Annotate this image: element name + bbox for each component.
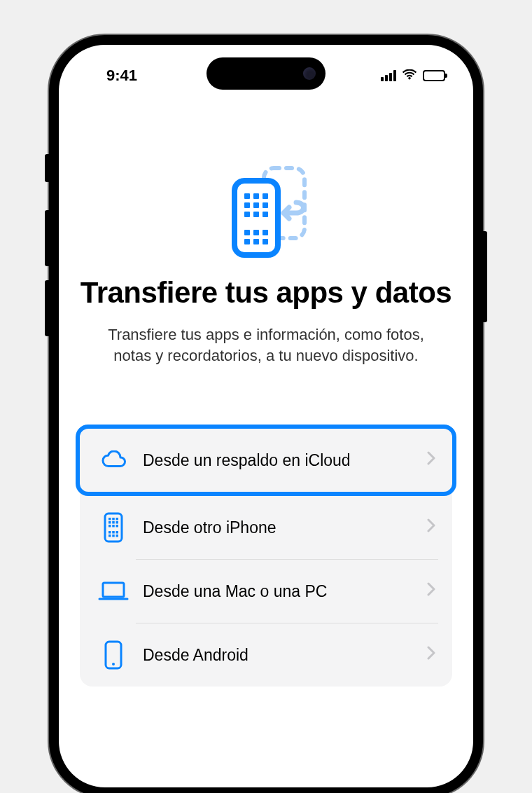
svg-rect-22 — [112, 521, 115, 524]
svg-rect-12 — [253, 230, 259, 235]
svg-rect-16 — [262, 239, 268, 244]
svg-rect-11 — [244, 230, 250, 235]
silence-switch — [45, 154, 49, 182]
svg-rect-10 — [262, 212, 268, 217]
svg-rect-29 — [116, 531, 119, 534]
page-title: Transfiere tus apps y datos — [59, 276, 473, 309]
option-android[interactable]: Desde Android — [80, 623, 452, 687]
svg-rect-19 — [112, 518, 115, 520]
option-label: Desde una Mac o una PC — [143, 582, 427, 601]
svg-rect-26 — [116, 525, 119, 527]
volume-up-button — [45, 210, 49, 266]
svg-rect-5 — [244, 202, 250, 208]
phone-outline-icon — [97, 640, 130, 670]
transfer-options-list: Desde un respaldo en iCloud Desde otro i… — [80, 425, 452, 687]
svg-rect-3 — [253, 193, 259, 199]
page-subtitle: Transfiere tus apps e información, como … — [59, 324, 473, 366]
chevron-right-icon — [427, 582, 435, 600]
svg-rect-20 — [116, 518, 119, 520]
svg-rect-30 — [108, 535, 111, 537]
transfer-hero-icon — [59, 164, 473, 262]
wifi-icon — [402, 67, 417, 85]
svg-rect-23 — [116, 521, 119, 524]
chevron-right-icon — [427, 518, 435, 537]
option-another-iphone[interactable]: Desde otro iPhone — [80, 496, 452, 559]
option-mac-pc[interactable]: Desde una Mac o una PC — [80, 560, 452, 623]
svg-rect-25 — [112, 525, 115, 527]
power-button — [483, 231, 487, 322]
svg-rect-7 — [262, 202, 268, 208]
svg-rect-28 — [112, 531, 115, 534]
laptop-icon — [97, 581, 130, 602]
svg-rect-15 — [253, 239, 259, 244]
option-label: Desde otro iPhone — [143, 518, 427, 537]
status-time: 9:41 — [87, 67, 157, 85]
option-label: Desde un respaldo en iCloud — [143, 451, 427, 470]
svg-rect-31 — [112, 535, 115, 537]
svg-rect-33 — [103, 583, 124, 597]
svg-rect-27 — [108, 531, 111, 534]
svg-rect-2 — [244, 193, 250, 199]
svg-rect-6 — [253, 202, 259, 208]
dynamic-island — [206, 57, 326, 90]
option-icloud-backup[interactable]: Desde un respaldo en iCloud — [76, 425, 456, 496]
svg-rect-4 — [262, 193, 268, 199]
chevron-right-icon — [427, 646, 435, 664]
front-camera — [303, 67, 316, 80]
chevron-right-icon — [427, 451, 435, 469]
svg-rect-18 — [108, 518, 111, 520]
battery-icon — [423, 70, 445, 81]
svg-point-36 — [112, 663, 115, 666]
svg-rect-13 — [262, 230, 268, 235]
iphone-icon — [97, 512, 130, 543]
svg-rect-24 — [108, 525, 111, 527]
svg-rect-9 — [253, 212, 259, 217]
svg-rect-14 — [244, 239, 250, 244]
volume-down-button — [45, 280, 49, 336]
svg-rect-32 — [116, 535, 119, 537]
iphone-frame: 9:41 — [49, 35, 483, 793]
cellular-signal-icon — [381, 70, 396, 81]
screen: 9:41 — [59, 45, 473, 787]
option-label: Desde Android — [143, 646, 427, 665]
svg-rect-21 — [108, 521, 111, 524]
svg-rect-8 — [244, 212, 250, 217]
cloud-icon — [97, 450, 130, 470]
